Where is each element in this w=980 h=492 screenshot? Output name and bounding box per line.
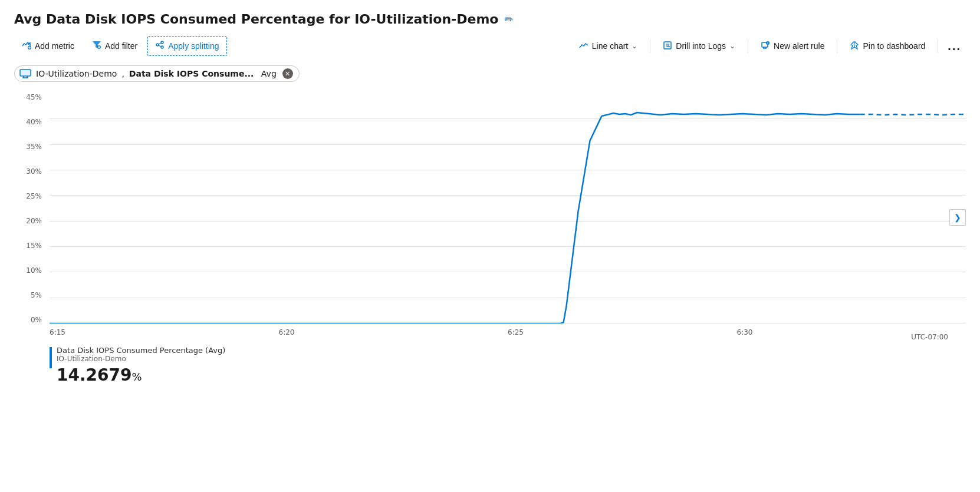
x-label-630: 6:30 <box>737 328 753 336</box>
line-chart-icon <box>579 41 588 52</box>
line-chart-button[interactable]: Line chart ⌄ <box>571 37 645 56</box>
y-label-35%: 35% <box>14 143 47 150</box>
legend-color-bar <box>50 347 52 368</box>
metric-pill: IO-Utilization-Demo, Data Disk IOPS Cons… <box>14 65 300 82</box>
edit-title-icon[interactable]: ✏ <box>504 13 513 25</box>
more-options-button[interactable]: ... <box>943 37 966 55</box>
y-label-30%: 30% <box>14 168 47 175</box>
y-axis: 0% 5% 10% 15% 20% 25% 30% 35% 40% 45% <box>14 94 47 323</box>
chart-inner <box>50 94 966 323</box>
page-title: Avg Data Disk IOPS Consumed Percentage f… <box>14 12 966 27</box>
svg-point-23 <box>768 44 768 44</box>
svg-rect-14 <box>664 42 671 49</box>
svg-rect-26 <box>21 70 30 75</box>
legend-item: Data Disk IOPS Consumed Percentage (Avg)… <box>50 346 966 385</box>
line-chart-chevron: ⌄ <box>632 42 637 50</box>
apply-splitting-icon <box>155 40 165 52</box>
alert-icon <box>761 41 770 52</box>
svg-point-10 <box>161 41 163 44</box>
pin-dashboard-button[interactable]: Pin to dashboard <box>842 37 933 56</box>
svg-line-13 <box>159 45 161 47</box>
y-label-10%: 10% <box>14 267 47 274</box>
separator-4 <box>938 39 938 53</box>
utc-label: UTC-07:00 <box>911 333 948 341</box>
x-axis: 6:15 6:20 6:25 6:30 <box>50 325 966 341</box>
remove-metric-button[interactable]: ✕ <box>282 68 293 79</box>
y-label-45%: 45% <box>14 94 47 101</box>
y-label-20%: 20% <box>14 217 47 224</box>
chart-container: 6:15 6:20 6:25 6:30 UTC-07:00 <box>50 94 966 341</box>
separator-2 <box>748 39 748 53</box>
x-label-625: 6:25 <box>508 328 524 336</box>
y-label-0%: 0% <box>14 316 47 323</box>
legend-value: 14.2679% <box>57 365 225 385</box>
new-alert-rule-button[interactable]: New alert rule <box>753 37 832 56</box>
y-label-25%: 25% <box>14 193 47 200</box>
y-label-5%: 5% <box>14 292 47 299</box>
add-filter-icon <box>92 40 101 52</box>
add-metric-icon <box>22 40 31 52</box>
svg-line-12 <box>159 43 161 44</box>
chart-svg <box>50 94 966 323</box>
x-label-620: 6:20 <box>279 328 295 336</box>
add-metric-button[interactable]: Add metric <box>14 36 82 56</box>
drill-logs-button[interactable]: Drill into Logs ⌄ <box>655 37 743 56</box>
vm-icon <box>19 69 31 78</box>
pin-icon <box>850 41 859 52</box>
pill-vm-name: IO-Utilization-Demo <box>36 69 117 78</box>
x-label-615: 6:15 <box>50 328 65 336</box>
pill-separator: , <box>121 69 124 78</box>
separator-1 <box>650 39 650 53</box>
separator-3 <box>837 39 837 53</box>
legend-text-block: Data Disk IOPS Consumed Percentage (Avg)… <box>57 346 225 385</box>
chart-line-dotted <box>860 114 966 115</box>
svg-point-11 <box>161 46 163 48</box>
apply-splitting-button[interactable]: Apply splitting <box>147 36 226 56</box>
y-label-40%: 40% <box>14 118 47 126</box>
toolbar-right: Line chart ⌄ Drill into Logs ⌄ <box>571 37 966 56</box>
legend-area: Data Disk IOPS Consumed Percentage (Avg)… <box>14 346 966 385</box>
pill-metric-name: Data Disk IOPS Consume... <box>129 69 254 78</box>
legend-resource: IO-Utilization-Demo <box>57 355 225 363</box>
chart-area: 0% 5% 10% 15% 20% 25% 30% 35% 40% 45% <box>14 94 966 341</box>
add-filter-button[interactable]: Add filter <box>84 36 145 56</box>
drill-logs-chevron: ⌄ <box>729 42 735 50</box>
pill-aggregation: Avg <box>258 69 276 78</box>
svg-point-9 <box>156 44 159 46</box>
y-label-15%: 15% <box>14 242 47 249</box>
expand-chart-button[interactable]: ❯ <box>949 209 966 226</box>
chart-line-solid <box>50 113 860 323</box>
legend-metric-label: Data Disk IOPS Consumed Percentage (Avg) <box>57 346 225 355</box>
drill-logs-icon <box>663 41 672 52</box>
toolbar: Add metric Add filter Apply splitting <box>14 36 966 56</box>
